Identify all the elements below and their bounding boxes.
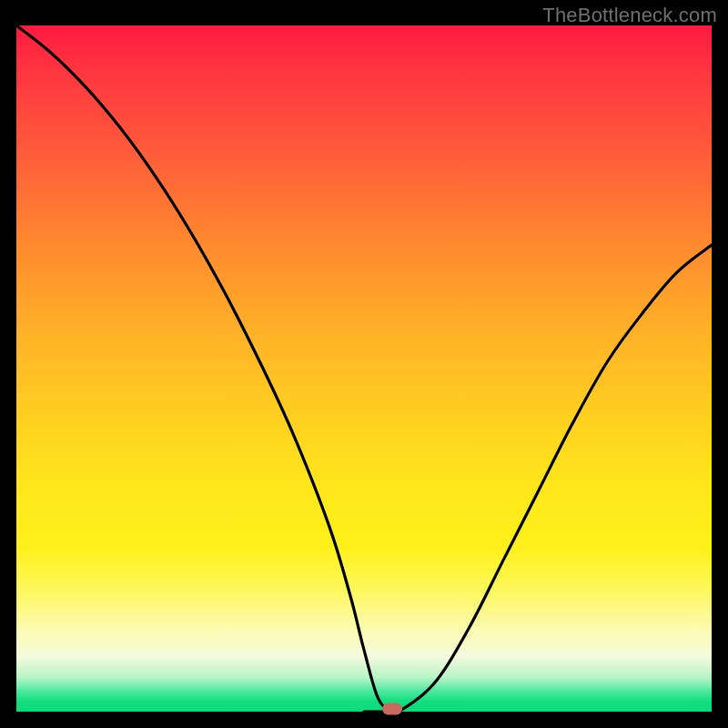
chart-frame: TheBottleneck.com (0, 0, 728, 728)
bottleneck-curve (16, 25, 712, 712)
watermark-text: TheBottleneck.com (542, 4, 717, 27)
plot-area (16, 25, 712, 712)
bottleneck-marker (382, 703, 402, 715)
curve-path (16, 25, 712, 712)
